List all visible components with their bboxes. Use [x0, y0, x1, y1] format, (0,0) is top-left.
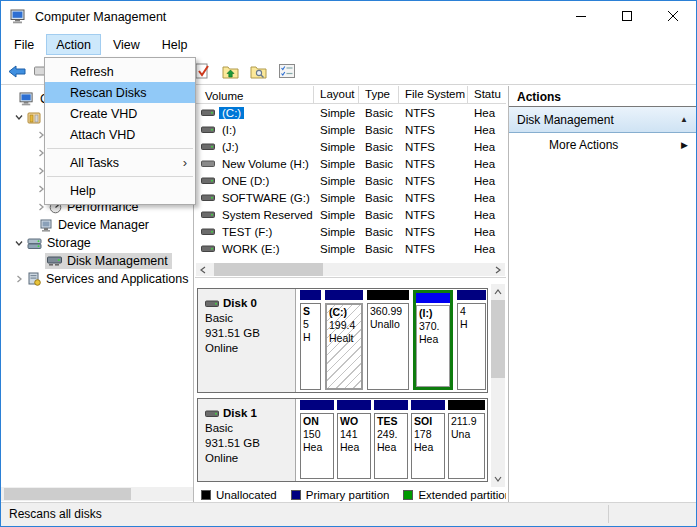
menu-item-all-tasks[interactable]: All Tasks › [45, 152, 195, 173]
volume-row[interactable]: System Reserved Simple Basic NTFS Hea [195, 206, 506, 223]
partition-software[interactable]: SOI178Hea [411, 400, 445, 479]
volume-row[interactable]: (C:) Simple Basic NTFS Hea [195, 104, 506, 121]
collapse-arrow-icon[interactable]: ▲ [680, 115, 688, 124]
volume-row[interactable]: WORK (E:) Simple Basic NTFS Hea [195, 240, 506, 257]
volume-layout: Simple [314, 209, 359, 221]
volume-layout: Simple [314, 158, 359, 170]
menu-help[interactable]: Help [152, 34, 198, 55]
partition-legend: Unallocated Primary partition Extended p… [195, 487, 506, 502]
partition-unallocated[interactable]: 211.9Una [448, 400, 485, 479]
menu-item-create-vhd[interactable]: Create VHD [45, 103, 195, 124]
partition-one[interactable]: ON150Hea [300, 400, 334, 479]
column-status[interactable]: Statu [468, 86, 506, 103]
maximize-button[interactable] [604, 1, 650, 32]
volume-row[interactable]: (J:) Simple Basic NTFS Hea [195, 138, 506, 155]
chevron-collapsed-icon[interactable] [11, 274, 27, 284]
volume-row[interactable]: TEST (F:) Simple Basic NTFS Hea [195, 223, 506, 240]
tree-item-label: Storage [47, 236, 91, 250]
partition-color-bar [367, 290, 409, 300]
menu-view[interactable]: View [103, 34, 150, 55]
column-volume[interactable]: Volume [195, 86, 314, 103]
volume-name: TEST (F:) [219, 226, 275, 238]
more-actions-item[interactable]: More Actions ▶ [509, 133, 696, 157]
volume-name: SOFTWARE (G:) [219, 192, 313, 204]
volume-layout: Simple [314, 107, 359, 119]
menu-item-rescan-disks[interactable]: Rescan Disks [45, 82, 195, 103]
actions-group-disk-management[interactable]: Disk Management ▲ [509, 107, 696, 133]
volume-row[interactable]: (I:) Simple Basic NTFS Hea [195, 121, 506, 138]
volume-row[interactable]: SOFTWARE (G:) Simple Basic NTFS Hea [195, 189, 506, 206]
scroll-left-arrow[interactable] [196, 263, 210, 276]
menu-item-attach-vhd[interactable]: Attach VHD [45, 124, 195, 145]
scroll-up-arrow[interactable] [491, 285, 505, 299]
volume-row[interactable]: ONE (D:) Simple Basic NTFS Hea [195, 172, 506, 189]
volume-name: WORK (E:) [219, 243, 283, 255]
partition-unallocated[interactable]: 360.99Unallo [367, 290, 409, 390]
volume-fs: NTFS [399, 209, 468, 221]
partition-test[interactable]: TES249.Hea [374, 400, 408, 479]
menu-item-refresh[interactable]: Refresh [45, 61, 195, 82]
partition-i-logical[interactable]: (I:)370.Hea [413, 290, 453, 390]
partition-color-bar [374, 400, 408, 410]
partition-color-bar [411, 400, 445, 410]
folder-search-icon[interactable] [248, 62, 268, 80]
disk-0-label[interactable]: Disk 0 Basic 931.51 GB Online [198, 289, 296, 392]
volume-type: Basic [359, 226, 399, 238]
chevron-expanded-icon[interactable] [11, 238, 27, 248]
menu-file[interactable]: File [4, 34, 44, 55]
scroll-down-arrow[interactable] [491, 472, 505, 486]
back-arrow-icon[interactable] [7, 62, 27, 80]
volume-layout: Simple [314, 226, 359, 238]
action-menu-popup: Refresh Rescan Disks Create VHD Attach V… [44, 57, 196, 205]
disk-kind: Basic [205, 311, 291, 326]
legend-color-swatch [403, 490, 413, 500]
chevron-expanded-icon[interactable] [11, 112, 27, 122]
disk-view-vertical-scrollbar[interactable] [491, 284, 505, 487]
partition-system-reserved[interactable]: S5H [300, 290, 321, 390]
partition-work[interactable]: WO141Hea [337, 400, 371, 479]
disk-1-block: Disk 1 Basic 931.51 GB Online ON150Hea W… [197, 398, 488, 482]
column-file-system[interactable]: File System [399, 86, 468, 103]
volume-fs: NTFS [399, 141, 468, 153]
volume-fs: NTFS [399, 158, 468, 170]
disk-management-pane: Volume Layout Type File System Statu (C:… [195, 86, 506, 502]
partition-color-bar [337, 400, 371, 410]
tree-item-storage[interactable]: Storage [11, 234, 193, 252]
menu-action[interactable]: Action [46, 34, 101, 55]
disk-1-label[interactable]: Disk 1 Basic 931.51 GB Online [198, 399, 296, 481]
column-type[interactable]: Type [359, 86, 399, 103]
menu-bar: File Action View Help [1, 32, 696, 57]
volume-type: Basic [359, 141, 399, 153]
volume-type: Basic [359, 192, 399, 204]
folder-up-icon[interactable] [220, 62, 240, 80]
partition-truncated[interactable]: 4H [457, 290, 486, 390]
volume-row[interactable]: New Volume (H:) Simple Basic NTFS Hea [195, 155, 506, 172]
tree-item-disk-management[interactable]: Disk Management [45, 252, 193, 270]
volume-layout: Simple [314, 141, 359, 153]
minimize-button[interactable] [558, 1, 604, 32]
partition-c-selected[interactable]: (C:)199.4Healt [325, 290, 363, 390]
scrollbar-thumb[interactable] [491, 300, 505, 378]
computer-icon [10, 9, 27, 24]
menu-item-help[interactable]: Help [45, 180, 195, 201]
volume-type: Basic [359, 107, 399, 119]
actions-header: Actions [509, 86, 696, 107]
tree-item-services-applications[interactable]: Services and Applications [11, 270, 193, 288]
column-layout[interactable]: Layout [314, 86, 359, 103]
menu-separator [47, 176, 193, 177]
scrollbar-thumb[interactable] [214, 263, 323, 276]
legend-extended-partition: Extended partition [403, 489, 506, 501]
checklist-icon[interactable] [277, 62, 297, 80]
volume-type: Basic [359, 124, 399, 136]
tree-item-device-manager[interactable]: Device Manager [39, 216, 193, 234]
volume-list-horizontal-scrollbar[interactable] [196, 263, 505, 276]
system-tools-icon [27, 111, 41, 124]
volume-type: Basic [359, 209, 399, 221]
tree-horizontal-scrollbar[interactable] [1, 487, 193, 501]
close-button[interactable] [650, 1, 696, 32]
volume-fs: NTFS [399, 192, 468, 204]
volume-status: Hea [468, 158, 506, 170]
scroll-right-arrow[interactable] [491, 263, 505, 276]
partition-color-bar [325, 290, 363, 300]
scrollbar-thumb[interactable] [4, 488, 131, 500]
